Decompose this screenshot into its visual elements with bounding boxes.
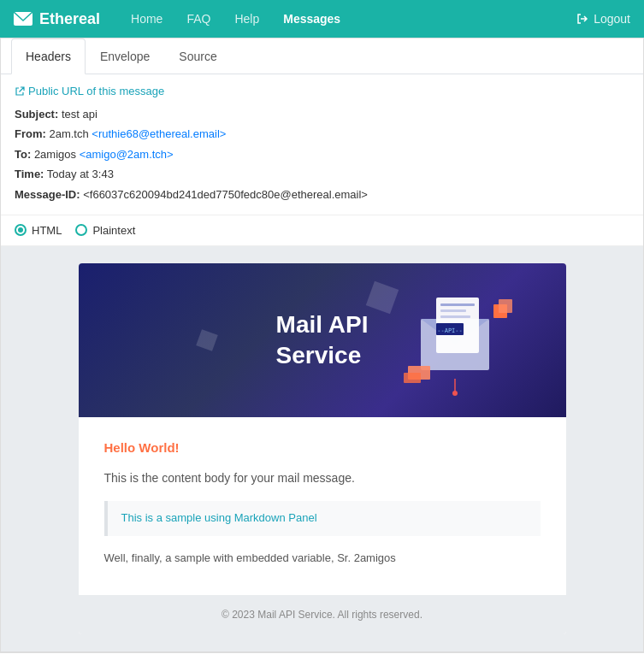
link-icon	[15, 86, 25, 97]
tab-bar: Headers Envelope Source	[1, 38, 643, 74]
tab-source[interactable]: Source	[164, 38, 231, 74]
plaintext-radio-circle	[75, 224, 87, 236]
deco-square-1	[365, 281, 398, 314]
nav-messages[interactable]: Messages	[273, 3, 351, 34]
deco-square-2	[196, 329, 218, 351]
messageid-line: Message-ID: <f66037c620094bd241ded7750fe…	[15, 185, 629, 204]
email-banner: Mail API Service	[79, 263, 566, 417]
to-email-link[interactable]: <amigo@2am.tch>	[80, 148, 174, 161]
email-body: Hello World! This is the content body fo…	[79, 417, 566, 595]
nav-links: Home FAQ Help Messages	[121, 3, 576, 34]
banner-illustration: --API--	[404, 280, 515, 403]
navbar: Ethereal Home FAQ Help Messages Logout	[0, 0, 644, 38]
brand[interactable]: Ethereal	[14, 10, 100, 28]
view-toggle: HTML Plaintext	[1, 215, 643, 246]
email-card: Mail API Service	[79, 263, 566, 634]
svg-rect-12	[499, 299, 512, 313]
envelope-icon	[14, 12, 32, 26]
plaintext-radio[interactable]: Plaintext	[75, 224, 135, 237]
public-url-link[interactable]: Public URL of this message	[15, 85, 629, 97]
time-line: Time: Today at 3:43	[15, 164, 629, 184]
logout-button[interactable]: Logout	[576, 12, 630, 26]
from-line: From: 2am.tch <ruthie68@ethereal.email>	[15, 124, 629, 144]
html-radio[interactable]: HTML	[15, 224, 62, 237]
mail-illustration: --API--	[404, 280, 515, 400]
svg-rect-6	[440, 315, 470, 318]
blockquote-panel: This is a sample using Markdown Panel	[104, 501, 541, 536]
logout-icon	[576, 13, 588, 25]
nav-faq[interactable]: FAQ	[176, 3, 221, 34]
subject-line: Subject: test api	[15, 104, 629, 124]
body-content: This is the content body for your mail m…	[104, 468, 541, 487]
html-radio-circle	[15, 224, 27, 236]
tab-envelope[interactable]: Envelope	[86, 38, 164, 74]
email-content-wrapper: Mail API Service	[1, 246, 643, 651]
banner-title: Mail API Service	[276, 309, 369, 372]
main-container: Headers Envelope Source Public URL of th…	[0, 38, 644, 652]
message-info: Public URL of this message Subject: test…	[1, 74, 643, 215]
email-footer: © 2023 Mail API Service. All rights rese…	[79, 595, 566, 634]
svg-rect-14	[404, 373, 421, 383]
nav-home[interactable]: Home	[121, 3, 173, 34]
to-line: To: 2amigos <amigo@2am.tch>	[15, 144, 629, 164]
hello-text: Hello World!	[104, 438, 541, 458]
from-email-link[interactable]: <ruthie68@ethereal.email>	[92, 127, 226, 140]
svg-point-10	[452, 391, 458, 396]
svg-text:--API--: --API--	[437, 327, 463, 334]
svg-rect-4	[440, 303, 475, 306]
nav-help[interactable]: Help	[224, 3, 269, 34]
svg-rect-5	[440, 309, 466, 312]
tab-headers[interactable]: Headers	[11, 38, 86, 74]
embedded-variable-text: Well, finally, a sample with embedded va…	[104, 550, 541, 568]
